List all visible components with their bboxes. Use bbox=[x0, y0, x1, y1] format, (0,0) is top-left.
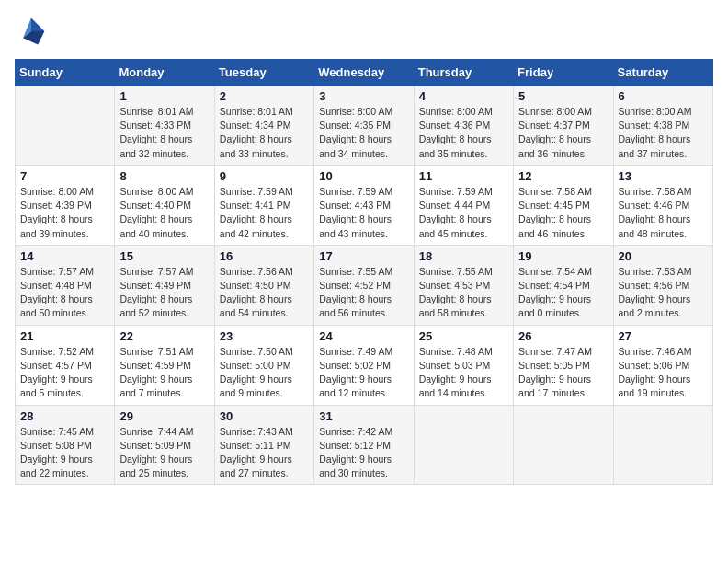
day-info: Sunrise: 7:53 AM Sunset: 4:56 PM Dayligh… bbox=[619, 265, 708, 321]
weekday-header-monday: Monday bbox=[115, 60, 214, 86]
calendar-cell: 22Sunrise: 7:51 AM Sunset: 4:59 PM Dayli… bbox=[115, 325, 214, 405]
day-number: 3 bbox=[319, 89, 408, 103]
calendar-cell: 19Sunrise: 7:54 AM Sunset: 4:54 PM Dayli… bbox=[514, 245, 613, 325]
calendar-cell: 2Sunrise: 8:01 AM Sunset: 4:34 PM Daylig… bbox=[214, 86, 313, 166]
day-info: Sunrise: 7:49 AM Sunset: 5:02 PM Dayligh… bbox=[319, 345, 408, 401]
calendar-cell: 9Sunrise: 7:59 AM Sunset: 4:41 PM Daylig… bbox=[214, 165, 313, 245]
calendar-cell: 15Sunrise: 7:57 AM Sunset: 4:49 PM Dayli… bbox=[115, 245, 214, 325]
day-info: Sunrise: 7:51 AM Sunset: 4:59 PM Dayligh… bbox=[119, 345, 209, 401]
day-number: 7 bbox=[20, 169, 109, 183]
calendar-cell: 10Sunrise: 7:59 AM Sunset: 4:43 PM Dayli… bbox=[314, 165, 414, 245]
calendar-cell: 16Sunrise: 7:56 AM Sunset: 4:50 PM Dayli… bbox=[214, 245, 313, 325]
day-info: Sunrise: 7:58 AM Sunset: 4:46 PM Dayligh… bbox=[619, 185, 708, 241]
week-row-1: 7Sunrise: 8:00 AM Sunset: 4:39 PM Daylig… bbox=[16, 165, 713, 245]
calendar-cell: 28Sunrise: 7:45 AM Sunset: 5:08 PM Dayli… bbox=[16, 405, 115, 485]
day-number: 18 bbox=[419, 249, 508, 263]
day-number: 17 bbox=[319, 249, 408, 263]
day-number: 13 bbox=[619, 169, 708, 183]
calendar-cell: 25Sunrise: 7:48 AM Sunset: 5:03 PM Dayli… bbox=[414, 325, 513, 405]
day-number: 9 bbox=[220, 169, 309, 183]
calendar-cell: 14Sunrise: 7:57 AM Sunset: 4:48 PM Dayli… bbox=[16, 245, 115, 325]
weekday-header-tuesday: Tuesday bbox=[214, 60, 313, 86]
calendar-cell: 27Sunrise: 7:46 AM Sunset: 5:06 PM Dayli… bbox=[613, 325, 712, 405]
day-info: Sunrise: 8:00 AM Sunset: 4:37 PM Dayligh… bbox=[518, 105, 608, 161]
logo-icon bbox=[15, 15, 48, 48]
day-info: Sunrise: 7:59 AM Sunset: 4:41 PM Dayligh… bbox=[220, 185, 309, 241]
day-info: Sunrise: 7:47 AM Sunset: 5:05 PM Dayligh… bbox=[518, 345, 608, 401]
day-info: Sunrise: 7:46 AM Sunset: 5:06 PM Dayligh… bbox=[619, 345, 708, 401]
day-number: 14 bbox=[20, 249, 109, 263]
day-info: Sunrise: 8:00 AM Sunset: 4:40 PM Dayligh… bbox=[119, 185, 209, 241]
week-row-2: 14Sunrise: 7:57 AM Sunset: 4:48 PM Dayli… bbox=[16, 245, 713, 325]
calendar-cell: 4Sunrise: 8:00 AM Sunset: 4:36 PM Daylig… bbox=[414, 86, 513, 166]
day-info: Sunrise: 8:00 AM Sunset: 4:38 PM Dayligh… bbox=[619, 105, 708, 161]
logo bbox=[15, 15, 51, 48]
day-number: 27 bbox=[619, 329, 708, 343]
day-info: Sunrise: 7:59 AM Sunset: 4:44 PM Dayligh… bbox=[419, 185, 508, 241]
day-info: Sunrise: 7:57 AM Sunset: 4:48 PM Dayligh… bbox=[20, 265, 109, 321]
week-row-0: 1Sunrise: 8:01 AM Sunset: 4:33 PM Daylig… bbox=[16, 86, 713, 166]
day-info: Sunrise: 7:55 AM Sunset: 4:53 PM Dayligh… bbox=[419, 265, 508, 321]
day-info: Sunrise: 8:00 AM Sunset: 4:36 PM Dayligh… bbox=[419, 105, 508, 161]
day-number: 29 bbox=[119, 409, 209, 423]
calendar-cell: 29Sunrise: 7:44 AM Sunset: 5:09 PM Dayli… bbox=[115, 405, 214, 485]
day-info: Sunrise: 7:57 AM Sunset: 4:49 PM Dayligh… bbox=[119, 265, 209, 321]
day-info: Sunrise: 7:44 AM Sunset: 5:09 PM Dayligh… bbox=[119, 425, 209, 481]
day-number: 31 bbox=[319, 409, 408, 423]
day-info: Sunrise: 8:01 AM Sunset: 4:34 PM Dayligh… bbox=[220, 105, 309, 161]
calendar-cell bbox=[16, 86, 115, 166]
day-number: 24 bbox=[319, 329, 408, 343]
weekday-header-wednesday: Wednesday bbox=[314, 60, 414, 86]
day-number: 19 bbox=[518, 249, 608, 263]
day-number: 11 bbox=[419, 169, 508, 183]
day-info: Sunrise: 8:00 AM Sunset: 4:39 PM Dayligh… bbox=[20, 185, 109, 241]
day-number: 21 bbox=[20, 329, 109, 343]
weekday-header-sunday: Sunday bbox=[16, 60, 115, 86]
calendar-cell bbox=[613, 405, 712, 485]
week-row-3: 21Sunrise: 7:52 AM Sunset: 4:57 PM Dayli… bbox=[16, 325, 713, 405]
day-number: 12 bbox=[518, 169, 608, 183]
weekday-header-thursday: Thursday bbox=[414, 60, 513, 86]
calendar-cell: 24Sunrise: 7:49 AM Sunset: 5:02 PM Dayli… bbox=[314, 325, 414, 405]
day-info: Sunrise: 7:43 AM Sunset: 5:11 PM Dayligh… bbox=[220, 425, 309, 481]
day-number: 22 bbox=[119, 329, 209, 343]
calendar-cell: 18Sunrise: 7:55 AM Sunset: 4:53 PM Dayli… bbox=[414, 245, 513, 325]
day-info: Sunrise: 7:54 AM Sunset: 4:54 PM Dayligh… bbox=[518, 265, 608, 321]
day-number: 16 bbox=[220, 249, 309, 263]
day-number: 5 bbox=[518, 89, 608, 103]
day-number: 28 bbox=[20, 409, 109, 423]
day-info: Sunrise: 8:01 AM Sunset: 4:33 PM Dayligh… bbox=[119, 105, 209, 161]
svg-marker-0 bbox=[31, 18, 44, 31]
day-number: 10 bbox=[319, 169, 408, 183]
calendar-cell: 13Sunrise: 7:58 AM Sunset: 4:46 PM Dayli… bbox=[613, 165, 712, 245]
day-number: 25 bbox=[419, 329, 508, 343]
day-info: Sunrise: 7:48 AM Sunset: 5:03 PM Dayligh… bbox=[419, 345, 508, 401]
calendar-cell: 20Sunrise: 7:53 AM Sunset: 4:56 PM Dayli… bbox=[613, 245, 712, 325]
calendar-cell: 5Sunrise: 8:00 AM Sunset: 4:37 PM Daylig… bbox=[514, 86, 613, 166]
calendar-cell: 31Sunrise: 7:42 AM Sunset: 5:12 PM Dayli… bbox=[314, 405, 414, 485]
weekday-header-friday: Friday bbox=[514, 60, 613, 86]
calendar-table: SundayMondayTuesdayWednesdayThursdayFrid… bbox=[15, 59, 713, 485]
day-info: Sunrise: 7:55 AM Sunset: 4:52 PM Dayligh… bbox=[319, 265, 408, 321]
day-info: Sunrise: 8:00 AM Sunset: 4:35 PM Dayligh… bbox=[319, 105, 408, 161]
calendar-cell bbox=[414, 405, 513, 485]
day-number: 26 bbox=[518, 329, 608, 343]
weekday-header-row: SundayMondayTuesdayWednesdayThursdayFrid… bbox=[16, 60, 713, 86]
day-number: 15 bbox=[119, 249, 209, 263]
day-info: Sunrise: 7:50 AM Sunset: 5:00 PM Dayligh… bbox=[220, 345, 309, 401]
week-row-4: 28Sunrise: 7:45 AM Sunset: 5:08 PM Dayli… bbox=[16, 405, 713, 485]
day-number: 2 bbox=[220, 89, 309, 103]
page-header bbox=[15, 15, 713, 48]
day-info: Sunrise: 7:59 AM Sunset: 4:43 PM Dayligh… bbox=[319, 185, 408, 241]
day-info: Sunrise: 7:42 AM Sunset: 5:12 PM Dayligh… bbox=[319, 425, 408, 481]
calendar-cell: 7Sunrise: 8:00 AM Sunset: 4:39 PM Daylig… bbox=[16, 165, 115, 245]
calendar-cell: 8Sunrise: 8:00 AM Sunset: 4:40 PM Daylig… bbox=[115, 165, 214, 245]
calendar-cell: 17Sunrise: 7:55 AM Sunset: 4:52 PM Dayli… bbox=[314, 245, 414, 325]
day-info: Sunrise: 7:52 AM Sunset: 4:57 PM Dayligh… bbox=[20, 345, 109, 401]
day-number: 23 bbox=[220, 329, 309, 343]
calendar-cell: 1Sunrise: 8:01 AM Sunset: 4:33 PM Daylig… bbox=[115, 86, 214, 166]
day-number: 8 bbox=[119, 169, 209, 183]
day-info: Sunrise: 7:56 AM Sunset: 4:50 PM Dayligh… bbox=[220, 265, 309, 321]
calendar-cell: 6Sunrise: 8:00 AM Sunset: 4:38 PM Daylig… bbox=[613, 86, 712, 166]
day-number: 6 bbox=[619, 89, 708, 103]
